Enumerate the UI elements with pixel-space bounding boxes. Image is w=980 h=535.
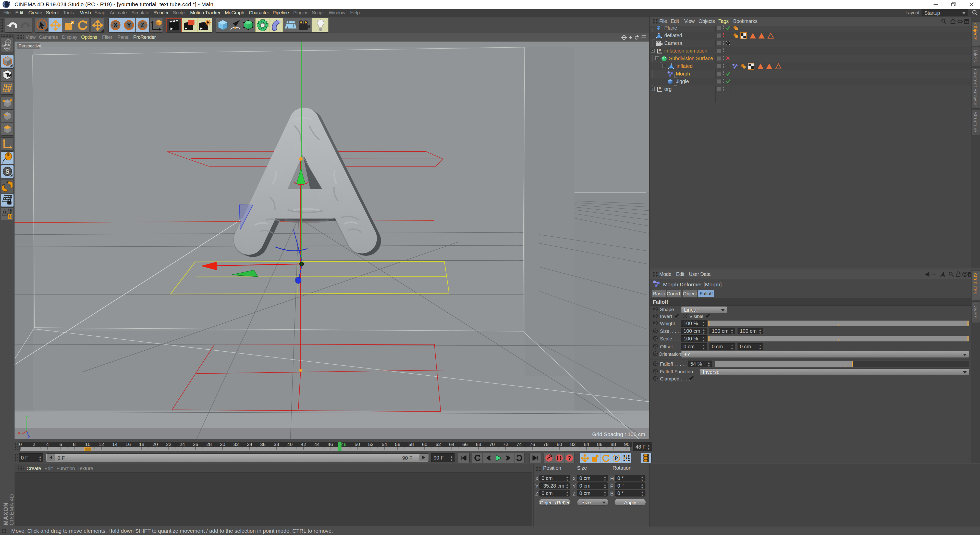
svg-text:90: 90 xyxy=(624,442,629,447)
svg-text:80: 80 xyxy=(557,442,562,447)
svg-text:48: 48 xyxy=(341,442,346,447)
svg-text:20: 20 xyxy=(152,442,158,447)
svg-text:36: 36 xyxy=(260,442,266,447)
svg-text:84: 84 xyxy=(584,442,589,447)
svg-text:X: X xyxy=(113,21,118,29)
svg-text:16: 16 xyxy=(125,442,130,447)
svg-text:10: 10 xyxy=(85,442,90,447)
svg-text:28: 28 xyxy=(206,442,212,447)
svg-text:76: 76 xyxy=(530,442,535,447)
svg-text:46: 46 xyxy=(328,442,333,447)
svg-text:24: 24 xyxy=(180,442,185,447)
svg-text:Y: Y xyxy=(25,415,28,420)
svg-text:52: 52 xyxy=(368,442,373,447)
svg-text:34: 34 xyxy=(247,442,252,447)
svg-text:Z: Z xyxy=(141,21,145,29)
svg-text:0: 0 xyxy=(659,48,661,52)
svg-text:74: 74 xyxy=(516,442,522,447)
svg-text:22: 22 xyxy=(166,442,171,447)
svg-text:32: 32 xyxy=(233,442,239,447)
svg-text:30: 30 xyxy=(220,442,225,447)
svg-text:Y: Y xyxy=(127,21,131,29)
svg-text:Z: Z xyxy=(27,435,30,439)
svg-text:78: 78 xyxy=(543,442,549,447)
svg-text:86: 86 xyxy=(597,442,602,447)
svg-text:P: P xyxy=(615,456,618,461)
svg-text:70: 70 xyxy=(489,442,495,447)
svg-text:56: 56 xyxy=(395,442,400,447)
svg-text:44: 44 xyxy=(314,442,320,447)
svg-text:S: S xyxy=(5,168,10,175)
svg-text:60: 60 xyxy=(422,442,427,447)
svg-text:66: 66 xyxy=(462,442,468,447)
svg-text:38: 38 xyxy=(274,442,279,447)
svg-text:?: ? xyxy=(568,455,571,461)
svg-text:42: 42 xyxy=(301,442,306,447)
svg-text:88: 88 xyxy=(611,442,616,447)
svg-text:6: 6 xyxy=(59,442,62,447)
svg-text:40: 40 xyxy=(287,442,293,447)
svg-text:2: 2 xyxy=(33,442,35,447)
svg-text:64: 64 xyxy=(449,442,455,447)
svg-text:54: 54 xyxy=(382,442,387,447)
svg-text:4: 4 xyxy=(46,442,49,447)
svg-text:Grid Spacing : 100 cm: Grid Spacing : 100 cm xyxy=(592,431,645,437)
svg-text:82: 82 xyxy=(570,442,576,447)
svg-text:0: 0 xyxy=(19,442,22,447)
svg-text:12: 12 xyxy=(99,442,104,447)
svg-text:0: 0 xyxy=(659,86,661,90)
svg-text:14: 14 xyxy=(112,442,118,447)
svg-text:72: 72 xyxy=(503,442,508,447)
svg-text:58: 58 xyxy=(408,442,414,447)
svg-text:8: 8 xyxy=(73,442,76,447)
svg-text:X: X xyxy=(18,431,21,435)
svg-text:62: 62 xyxy=(435,442,441,447)
svg-text:50: 50 xyxy=(355,442,360,447)
svg-text:18: 18 xyxy=(139,442,144,447)
svg-text:26: 26 xyxy=(192,442,198,447)
svg-text:68: 68 xyxy=(476,442,481,447)
